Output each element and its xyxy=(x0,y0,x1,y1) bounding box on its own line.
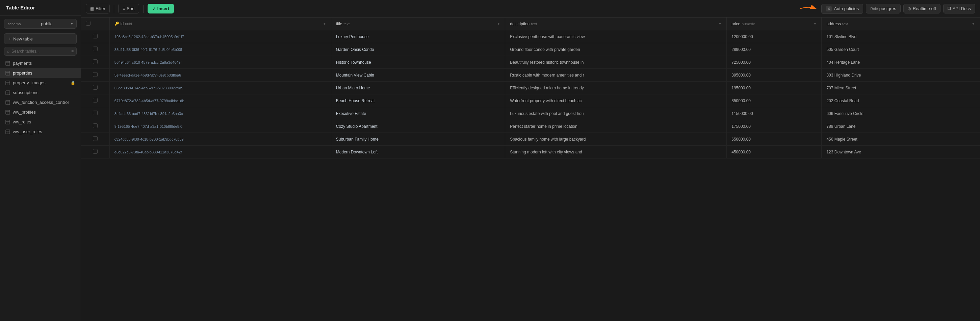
row-title-cell[interactable]: Executive Estate xyxy=(331,107,505,120)
filter-label: Filter xyxy=(95,6,105,11)
row-description-cell[interactable]: Beautifully restored historic townhouse … xyxy=(505,56,727,69)
row-price-cell[interactable]: 289000.00 xyxy=(727,43,822,56)
row-address-cell[interactable]: 789 Urban Lane xyxy=(822,120,980,133)
col-header-id[interactable]: 🔑 id uuid ▼ xyxy=(110,17,331,30)
sidebar-item-ww_roles[interactable]: ww_roles xyxy=(0,117,81,127)
filter-button[interactable]: ▦ Filter xyxy=(86,4,110,14)
row-title-cell[interactable]: Historic Townhouse xyxy=(331,56,505,69)
new-table-button[interactable]: + New table xyxy=(4,33,76,44)
row-checkbox-cell xyxy=(81,82,110,95)
row-description-cell[interactable]: Stunning modern loft with city views and xyxy=(505,145,727,158)
row-price-cell[interactable]: 650000.00 xyxy=(727,133,822,145)
realtime-button[interactable]: ◎ Realtime off xyxy=(904,4,940,14)
row-id-cell[interactable]: 8c4ada63-aad7-433f-bf7b-c891a2e3aa3c xyxy=(110,107,331,120)
sort-button[interactable]: ≡ Sort xyxy=(118,4,139,14)
toolbar-divider xyxy=(114,5,114,13)
table-row: 33c91d38-0f36-40f1-8176-2c5b04e3b00f Gar… xyxy=(81,43,980,56)
row-address-cell[interactable]: 123 Downtown Ave xyxy=(822,145,980,158)
insert-button[interactable]: ✓ Insert xyxy=(148,4,174,14)
col-header-description[interactable]: description text ▼ xyxy=(505,17,727,30)
row-address-cell[interactable]: 303 Highland Drive xyxy=(822,69,980,82)
row-title-cell[interactable]: Urban Micro Home xyxy=(331,82,505,95)
row-address-cell[interactable]: 606 Executive Circle xyxy=(822,107,980,120)
filter-icon[interactable]: ≡ xyxy=(71,49,74,54)
row-address-cell[interactable]: 707 Micro Street xyxy=(822,82,980,95)
row-price-cell[interactable]: 1150000.00 xyxy=(727,107,822,120)
row-description-cell[interactable]: Waterfront property with direct beach ac xyxy=(505,95,727,107)
row-checkbox[interactable] xyxy=(93,85,98,90)
row-title-cell[interactable]: Luxury Penthouse xyxy=(331,30,505,43)
row-price-cell[interactable]: 1200000.00 xyxy=(727,30,822,43)
col-header-title[interactable]: title text ▼ xyxy=(331,17,505,30)
search-tables-input[interactable] xyxy=(11,49,69,54)
row-id-cell[interactable]: 65be8959-014a-4ca6-9713-023300229d9 xyxy=(110,82,331,95)
svg-rect-3 xyxy=(6,71,10,75)
row-id-cell[interactable]: 56494c64-c610-4579-adcc-2a8a3d4649f xyxy=(110,56,331,69)
row-description-cell[interactable]: Exclusive penthouse with panoramic view xyxy=(505,30,727,43)
table-container: 🔑 id uuid ▼ title text ▼ xyxy=(81,17,980,321)
row-address-cell[interactable]: 456 Maple Street xyxy=(822,133,980,145)
row-id-cell[interactable]: 6719e872-a782-4b5d-af77-0799a4bbc1db xyxy=(110,95,331,107)
row-checkbox[interactable] xyxy=(93,72,98,77)
row-checkbox[interactable] xyxy=(93,123,98,128)
row-address-cell[interactable]: 505 Garden Court xyxy=(822,43,980,56)
row-price-cell[interactable]: 850000.00 xyxy=(727,95,822,107)
row-checkbox-cell xyxy=(81,95,110,107)
row-description-cell[interactable]: Ground floor condo with private garden xyxy=(505,43,727,56)
row-description-cell[interactable]: Perfect starter home in prime location xyxy=(505,120,727,133)
row-title-cell[interactable]: Garden Oasis Condo xyxy=(331,43,505,56)
row-id-cell[interactable]: 193a8cc5-1262-42da-b37a-b45005a941f7 xyxy=(110,30,331,43)
row-price-cell[interactable]: 395000.00 xyxy=(727,69,822,82)
svg-rect-12 xyxy=(6,101,10,104)
row-title-cell[interactable]: Beach House Retreat xyxy=(331,95,505,107)
row-price-cell[interactable]: 195000.00 xyxy=(727,82,822,95)
sidebar-item-label: ww_function_access_control xyxy=(13,100,75,105)
row-title-cell[interactable]: Mountain View Cabin xyxy=(331,69,505,82)
search-icon: ⌕ xyxy=(7,49,10,54)
col-header-price[interactable]: price numeric ▼ xyxy=(727,17,822,30)
row-description-cell[interactable]: Rustic cabin with modern amenities and r xyxy=(505,69,727,82)
col-header-address[interactable]: address text ▼ xyxy=(822,17,980,30)
row-description-cell[interactable]: Efficiently designed micro home in trend… xyxy=(505,82,727,95)
row-id-cell[interactable]: 33c91d38-0f36-40f1-8176-2c5b04e3b00f xyxy=(110,43,331,56)
row-address-cell[interactable]: 202 Coastal Road xyxy=(822,95,980,107)
sidebar-item-ww_function_access_control[interactable]: ww_function_access_control xyxy=(0,98,81,107)
lock-icon: 🔒 xyxy=(71,81,75,85)
row-checkbox[interactable] xyxy=(93,136,98,141)
row-address-cell[interactable]: 101 Skyline Blvd xyxy=(822,30,980,43)
row-id-cell[interactable]: 9f195165-4de7-407d-a3a1-010b88fde8f0 xyxy=(110,120,331,133)
svg-rect-21 xyxy=(6,130,10,134)
row-id-cell[interactable]: 5ef4eeed-da1e-4b9d-9b9f-0e9cb0dffba6 xyxy=(110,69,331,82)
row-checkbox[interactable] xyxy=(93,111,98,115)
sidebar-item-ww_user_roles[interactable]: ww_user_roles xyxy=(0,127,81,136)
api-docs-button[interactable]: ❐ API Docs xyxy=(943,4,975,14)
row-id-cell[interactable]: c324dc36-9f30-4c18-b700-1ab9bdc70b39 xyxy=(110,133,331,145)
row-checkbox[interactable] xyxy=(93,46,98,51)
svg-rect-15 xyxy=(6,110,10,114)
auth-policies-button[interactable]: 4 Auth policies xyxy=(821,4,863,14)
row-checkbox[interactable] xyxy=(93,98,98,103)
row-price-cell[interactable]: 450000.00 xyxy=(727,145,822,158)
row-address-cell[interactable]: 404 Heritage Lane xyxy=(822,56,980,69)
row-id-cell[interactable]: e8c027c8-73fa-40ac-b380-f11a3676d42f xyxy=(110,145,331,158)
row-description-cell[interactable]: Luxurious estate with pool and guest hou xyxy=(505,107,727,120)
row-title-cell[interactable]: Modern Downtown Loft xyxy=(331,145,505,158)
row-price-cell[interactable]: 725000.00 xyxy=(727,56,822,69)
sidebar-item-properties[interactable]: properties xyxy=(0,68,81,78)
sidebar-item-property_images[interactable]: property_images 🔒 xyxy=(0,78,81,88)
row-title-cell[interactable]: Suburban Family Home xyxy=(331,133,505,145)
role-selector[interactable]: Role postgres xyxy=(866,4,900,14)
sidebar-item-payments[interactable]: payments xyxy=(0,59,81,68)
row-title-cell[interactable]: Cozy Studio Apartment xyxy=(331,120,505,133)
schema-selector[interactable]: schema public ▾ xyxy=(4,19,76,28)
sidebar-item-subscriptions[interactable]: subscriptions xyxy=(0,88,81,98)
row-checkbox-cell xyxy=(81,43,110,56)
row-price-cell[interactable]: 175000.00 xyxy=(727,120,822,133)
row-description-cell[interactable]: Spacious family home with large backyard xyxy=(505,133,727,145)
row-checkbox[interactable] xyxy=(93,34,98,38)
row-checkbox[interactable] xyxy=(93,59,98,64)
sidebar-item-ww_profiles[interactable]: ww_profiles xyxy=(0,107,81,117)
sidebar-item-label: ww_profiles xyxy=(13,109,75,115)
row-checkbox[interactable] xyxy=(93,149,98,154)
select-all-checkbox[interactable] xyxy=(86,21,91,25)
